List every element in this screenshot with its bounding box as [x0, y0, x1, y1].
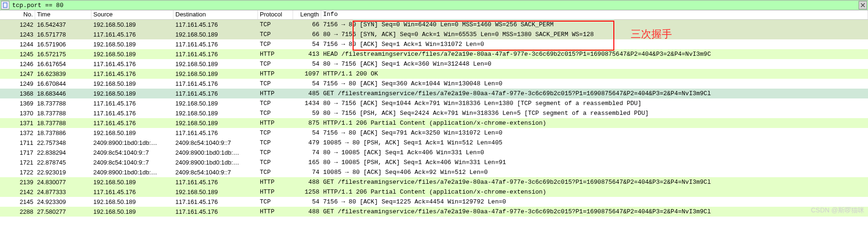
cell-no: 1371 [0, 119, 35, 127]
cell-no: 1249 [0, 80, 35, 88]
cell-info: 10085 → 80 [PSH, ACK] Seq=1 Ack=1 Win=51… [321, 139, 868, 147]
cell-info: HTTP/1.1 206 Partial Content (applicatio… [321, 119, 868, 127]
cell-len: 1434 [293, 99, 321, 107]
table-row[interactable]: 124716.623839117.161.45.176192.168.50.18… [0, 69, 868, 79]
header-protocol[interactable]: Protocol [258, 10, 293, 19]
cell-len: 1258 [293, 188, 321, 196]
cell-no: 1370 [0, 109, 35, 117]
table-row[interactable]: 124216.542437192.168.50.189117.161.45.17… [0, 20, 868, 30]
table-row[interactable]: 124516.572175192.168.50.189117.161.45.17… [0, 49, 868, 59]
table-row[interactable]: 171722.8382942409:8c54:1040:9::72409:890… [0, 148, 868, 158]
cell-len: 54 [293, 129, 321, 137]
cell-info: HEAD /filestreamingservice/files/a7e2a19… [321, 50, 868, 58]
cell-time: 24.923309 [35, 198, 91, 206]
cell-dst: 2409:8900:1bd0:1db:… [174, 149, 258, 157]
header-time[interactable]: Time [35, 10, 91, 19]
cell-proto: TCP [258, 80, 293, 88]
cell-src: 117.161.45.176 [91, 70, 174, 78]
cell-dst: 2409:8c54:1040:9::7 [174, 168, 258, 176]
cell-time: 16.670844 [35, 80, 91, 88]
table-row[interactable]: 124916.670844192.168.50.189117.161.45.17… [0, 79, 868, 89]
cell-dst: 192.168.50.189 [174, 119, 258, 127]
cell-len: 54 [293, 40, 321, 48]
cell-dst: 117.161.45.176 [174, 208, 258, 216]
cell-src: 117.161.45.176 [91, 188, 174, 196]
table-row[interactable]: 172122.8787452409:8c54:1040:9::72409:890… [0, 158, 868, 167]
table-row[interactable]: 137018.737788117.161.45.176192.168.50.18… [0, 108, 868, 118]
cell-src: 117.161.45.176 [91, 119, 174, 127]
table-row[interactable]: 124416.571906192.168.50.189117.161.45.17… [0, 39, 868, 49]
cell-proto: HTTP [258, 119, 293, 127]
cell-src: 2409:8900:1bd0:1db:… [91, 168, 174, 176]
cell-time: 16.571778 [35, 30, 91, 38]
cell-proto: HTTP [258, 178, 293, 186]
cell-time: 24.830077 [35, 178, 91, 186]
table-row[interactable]: 136918.737788117.161.45.176192.168.50.18… [0, 98, 868, 108]
cell-time: 22.878745 [35, 158, 91, 166]
cell-info: HTTP/1.1 200 OK [321, 70, 868, 78]
header-source[interactable]: Source [91, 10, 174, 19]
cell-no: 1372 [0, 129, 35, 137]
header-destination[interactable]: Destination [174, 10, 258, 19]
cell-time: 22.757348 [35, 139, 91, 147]
cell-info: GET /filestreamingservice/files/a7e2a19e… [321, 178, 868, 186]
cell-dst: 192.168.50.189 [174, 99, 258, 107]
cell-proto: HTTP [258, 90, 293, 98]
bookmark-filter-icon[interactable] [1, 1, 9, 9]
cell-proto: HTTP [258, 208, 293, 216]
table-row[interactable]: 172222.9230192409:8900:1bd0:1db:…2409:8c… [0, 167, 868, 177]
table-row[interactable]: 137118.737788117.161.45.176192.168.50.18… [0, 118, 868, 128]
table-row[interactable]: 124316.571778117.161.45.176192.168.50.18… [0, 30, 868, 39]
cell-time: 18.737886 [35, 129, 91, 137]
table-row[interactable]: 136818.683446192.168.50.189117.161.45.17… [0, 89, 868, 98]
cell-proto: TCP [258, 21, 293, 29]
display-filter-input[interactable] [10, 0, 859, 10]
cell-info: 80 → 7156 [ACK] Seq=1044 Ack=791 Win=318… [321, 99, 868, 107]
cell-src: 117.161.45.176 [91, 109, 174, 117]
cell-len: 66 [293, 30, 321, 38]
filter-close-button[interactable] [859, 1, 867, 9]
cell-proto: TCP [258, 30, 293, 38]
cell-time: 16.617654 [35, 60, 91, 68]
header-no[interactable]: No. [0, 10, 35, 19]
cell-info: 80 → 10085 [PSH, ACK] Seq=1 Ack=406 Win=… [321, 158, 868, 166]
cell-proto: HTTP [258, 50, 293, 58]
cell-no: 1242 [0, 21, 35, 29]
cell-dst: 117.161.45.176 [174, 90, 258, 98]
cell-dst: 192.168.50.189 [174, 70, 258, 78]
header-length[interactable]: Length [293, 10, 321, 19]
cell-len: 54 [293, 80, 321, 88]
table-row[interactable]: 228827.580277192.168.50.189117.161.45.17… [0, 207, 868, 217]
cell-no: 1245 [0, 50, 35, 58]
cell-len: 165 [293, 158, 321, 166]
header-info[interactable]: Info [321, 10, 868, 19]
cell-dst: 117.161.45.176 [174, 178, 258, 186]
cell-src: 192.168.50.189 [91, 178, 174, 186]
table-row[interactable]: 214524.923309192.168.50.189117.161.45.17… [0, 197, 868, 207]
table-row[interactable]: 171122.7573482409:8900:1bd0:1db:…2409:8c… [0, 138, 868, 148]
cell-no: 1243 [0, 30, 35, 38]
cell-src: 192.168.50.189 [91, 21, 174, 29]
cell-time: 16.571906 [35, 40, 91, 48]
table-row[interactable]: 137218.737886192.168.50.189117.161.45.17… [0, 128, 868, 138]
cell-src: 192.168.50.189 [91, 208, 174, 216]
cell-len: 59 [293, 109, 321, 117]
table-row[interactable]: 213924.830077192.168.50.189117.161.45.17… [0, 177, 868, 187]
cell-no: 2139 [0, 178, 35, 186]
cell-no: 2142 [0, 188, 35, 196]
column-headers[interactable]: No. Time Source Destination Protocol Len… [0, 10, 868, 20]
cell-proto: TCP [258, 99, 293, 107]
cell-len: 1097 [293, 70, 321, 78]
cell-len: 875 [293, 119, 321, 127]
cell-dst: 117.161.45.176 [174, 129, 258, 137]
table-row[interactable]: 214224.877333117.161.45.176192.168.50.18… [0, 187, 868, 197]
cell-time: 18.737788 [35, 99, 91, 107]
cell-time: 16.542437 [35, 21, 91, 29]
cell-dst: 117.161.45.176 [174, 198, 258, 206]
cell-no: 1368 [0, 90, 35, 98]
cell-no: 1711 [0, 139, 35, 147]
cell-time: 16.623839 [35, 70, 91, 78]
table-row[interactable]: 124616.617654117.161.45.176192.168.50.18… [0, 59, 868, 69]
cell-no: 1247 [0, 70, 35, 78]
packet-list-pane: No. Time Source Destination Protocol Len… [0, 0, 868, 217]
